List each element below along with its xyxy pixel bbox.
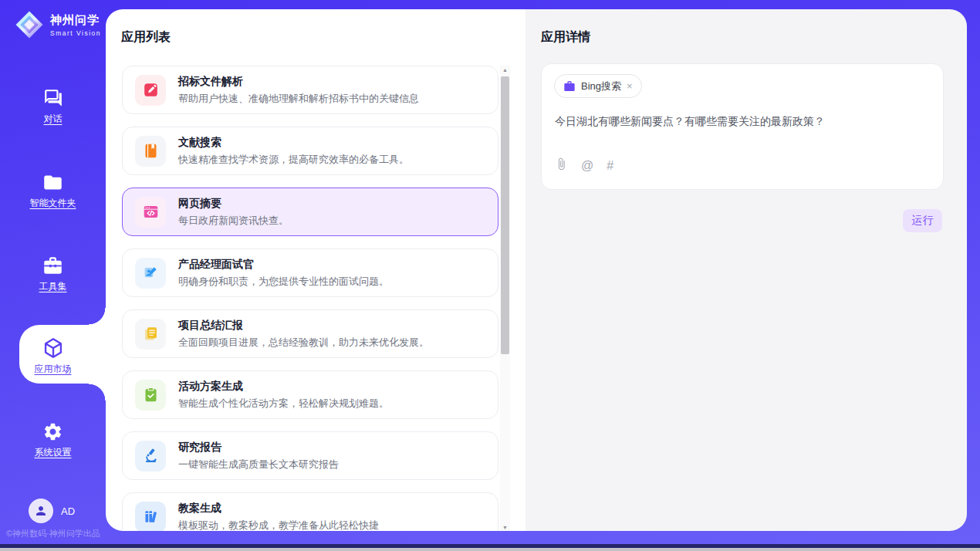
scroll-down-icon[interactable]: ▼	[502, 523, 508, 531]
copyright-text: ©神州数码·神州问学出品	[6, 528, 100, 539]
input-toolbar: @#	[555, 157, 613, 174]
scrollbar-thumb[interactable]	[501, 76, 509, 354]
chip-close-icon[interactable]: ×	[627, 80, 633, 92]
app-card[interactable]: 项目总结汇报 全面回顾项目进展，总结经验教训，助力未来优化发展。	[122, 309, 498, 358]
sidebar-item-3[interactable]: 工具集	[0, 255, 106, 293]
notes-icon	[135, 319, 166, 350]
hash-icon[interactable]: #	[607, 159, 613, 173]
sidebar: 神州问学 Smart Vision 对话 智能文件夹 工具集 应用市场 系统设置…	[0, 0, 106, 545]
app-card[interactable]: 招标文件解析 帮助用户快速、准确地理解和解析招标书中的关键信息	[122, 66, 498, 114]
prompt-card[interactable]: Bing搜索 × 今日湖北有哪些新闻要点？有哪些需要关注的最新政策？ @#	[541, 63, 944, 190]
interview-icon	[135, 258, 166, 289]
avatar[interactable]	[29, 499, 53, 523]
user-initials: AD	[61, 505, 75, 517]
book-icon	[135, 136, 166, 167]
logo-title: 神州问学	[50, 13, 101, 28]
main-content: 应用列表 招标文件解析 帮助用户快速、准确地理解和解析招标书中的关键信息 文献搜…	[106, 9, 967, 531]
app-card[interactable]: 活动方案生成 智能生成个性化活动方案，轻松解决规划难题。	[122, 370, 498, 419]
tool-chip-label: Bing搜索	[581, 79, 621, 93]
sidebar-item-1[interactable]: 对话	[0, 87, 106, 126]
app-card[interactable]: 教案生成 模板驱动，教案秒成，教学准备从此轻松快捷	[122, 492, 498, 531]
gear-icon	[42, 421, 64, 442]
app-list-title: 应用列表	[121, 29, 171, 46]
app-detail-title: 应用详情	[541, 29, 590, 46]
app-list: 招标文件解析 帮助用户快速、准确地理解和解析招标书中的关键信息 文献搜索 快速精…	[122, 66, 498, 531]
user-row[interactable]: AD	[29, 499, 75, 523]
query-input[interactable]: 今日湖北有哪些新闻要点？有哪些需要关注的最新政策？	[555, 115, 925, 129]
cube-icon	[42, 337, 64, 359]
person-icon	[34, 504, 48, 518]
app-card[interactable]: 产品经理面试官 明确身份和职责，为您提供专业性的面试问题。	[122, 248, 498, 297]
app-card[interactable]: 研究报告 一键智能生成高质量长文本研究报告	[122, 431, 498, 480]
clipboard-check-icon	[135, 380, 166, 411]
browser-code-icon	[135, 197, 166, 228]
books-icon	[135, 502, 166, 532]
app-card[interactable]: 文献搜索 快速精准查找学术资源，提高研究效率的必备工具。	[122, 127, 498, 175]
scrollbar-track[interactable]	[500, 75, 510, 523]
folder-icon	[42, 171, 64, 193]
edit-doc-icon	[135, 75, 166, 106]
scroll-up-icon[interactable]: ▲	[502, 66, 508, 75]
logo-diamond-icon	[14, 9, 45, 40]
briefcase-icon	[563, 80, 576, 93]
chat-icon	[42, 87, 64, 109]
tool-chip-bing-search[interactable]: Bing搜索 ×	[554, 74, 642, 98]
paperclip-icon[interactable]	[555, 157, 568, 174]
window-bottom-strip	[0, 548, 980, 551]
microscope-icon	[135, 441, 166, 472]
app-detail-panel: 应用详情 Bing搜索 × 今日湖北有哪些新闻要点？有哪些需要关注的最新政策？ …	[525, 9, 967, 531]
app-list-panel: 应用列表 招标文件解析 帮助用户快速、准确地理解和解析招标书中的关键信息 文献搜…	[106, 9, 525, 531]
list-scrollbar[interactable]: ▲ ▼	[500, 66, 510, 531]
logo-subtitle: Smart Vision	[50, 29, 101, 37]
at-icon[interactable]: @	[581, 159, 593, 173]
sidebar-item-4[interactable]: 应用市场	[0, 337, 106, 376]
sidebar-item-2[interactable]: 智能文件夹	[0, 171, 106, 210]
sidebar-item-5[interactable]: 系统设置	[0, 421, 106, 459]
run-button[interactable]: 运行	[903, 209, 942, 232]
app-card[interactable]: 网页摘要 每日政府新闻资讯快查。	[122, 188, 498, 236]
app-logo: 神州问学 Smart Vision	[14, 9, 101, 40]
toolbox-icon	[42, 255, 64, 276]
